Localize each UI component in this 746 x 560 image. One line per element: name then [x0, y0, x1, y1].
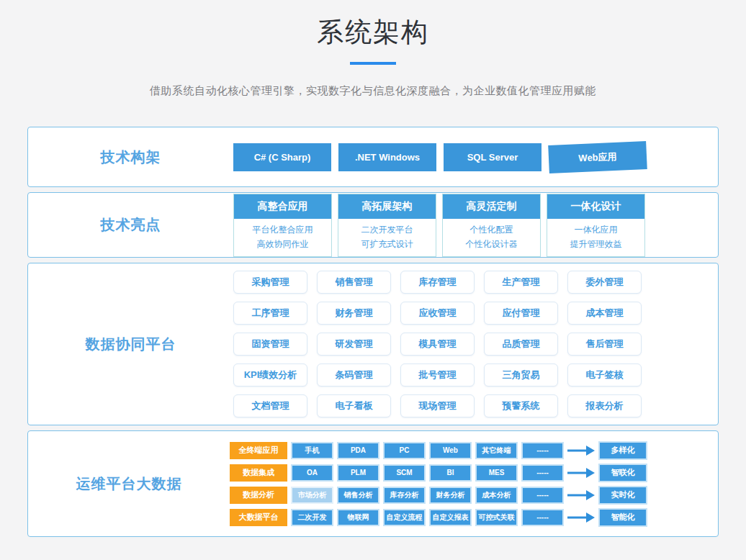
bd-item: 物联网: [337, 509, 379, 526]
right-arrow-icon: [567, 512, 595, 523]
title-underline: [350, 62, 396, 65]
highlight-card: 高整合应用 平台化整合应用 高效协同作业: [233, 194, 332, 257]
highlight-line: 二次开发平台: [338, 222, 436, 237]
tech-stack-row: C# (C Sharp) .NET Windows SQL Server Web…: [233, 143, 647, 171]
row-result: 实时化: [598, 486, 647, 505]
bigdata-row-terminals: 全终端应用 手机 PDA PC Web 其它终端 ----- 多样化: [230, 441, 647, 460]
highlights-label: 技术亮点: [28, 215, 233, 235]
bd-item: SCM: [383, 464, 426, 482]
highlight-card-title: 一体化设计: [547, 194, 644, 219]
highlight-card: 高灵活定制 个性化配置 个性化设计器: [442, 194, 541, 257]
bigdata-rows: 全终端应用 手机 PDA PC Web 其它终端 ----- 多样化 数据集成 …: [230, 441, 647, 527]
highlight-line: 高效协同作业: [234, 237, 331, 251]
right-arrow-icon: [567, 446, 595, 456]
highlight-card-body: 平台化整合应用 高效协同作业: [234, 219, 331, 256]
tech-item-dotnet: .NET Windows: [338, 143, 436, 171]
highlight-card-body: 个性化配置 个性化设计器: [443, 219, 540, 256]
module-payable: 应付管理: [484, 302, 558, 325]
bd-item: 成本分析: [475, 487, 518, 504]
tech-item-web: Web应用: [548, 141, 647, 173]
module-batch: 批号管理: [400, 363, 475, 387]
tech-item-sqlserver: SQL Server: [444, 143, 541, 171]
module-grid: 采购管理 销售管理 库存管理 生产管理 委外管理 工序管理 财务管理 应收管理 …: [233, 271, 642, 417]
highlight-card-body: 一体化应用 提升管理效益: [547, 219, 644, 256]
bigdata-label: 运维平台大数据: [28, 474, 230, 494]
highlight-line: 个性化配置: [443, 222, 540, 237]
highlight-line: 一体化应用: [547, 222, 644, 237]
module-after-sales: 售后管理: [567, 333, 642, 356]
row-tag: 大数据平台: [230, 509, 287, 526]
bd-item: 财务分析: [429, 487, 472, 504]
page-title: 系统架构: [0, 14, 746, 50]
bd-item: BI: [429, 464, 472, 482]
module-report: 报表分析: [567, 394, 642, 417]
bd-item: OA: [291, 464, 333, 482]
bd-item: 其它终端: [475, 442, 518, 459]
highlight-line: 个性化设计器: [443, 237, 540, 251]
module-shopfloor: 现场管理: [400, 394, 475, 417]
bd-item: 库存分析: [383, 487, 426, 504]
module-process: 工序管理: [233, 302, 307, 325]
system-architecture-page: 系统架构 借助系统自动化核心管理引擎，实现数字化与信息化深度融合，为企业数值化管…: [0, 0, 746, 560]
module-e-signature: 电子签核: [567, 363, 642, 387]
module-purchase: 采购管理: [233, 271, 307, 294]
section-bigdata: 运维平台大数据 全终端应用 手机 PDA PC Web 其它终端 ----- 多…: [27, 430, 719, 537]
highlight-card-body: 二次开发平台 可扩充式设计: [338, 219, 436, 256]
module-kpi: KPI绩效分析: [233, 363, 307, 387]
section-highlights: 技术亮点 高整合应用 平台化整合应用 高效协同作业 高拓展架构 二次开发平台 可…: [27, 192, 719, 258]
module-inventory: 库存管理: [400, 271, 475, 294]
tech-stack-label: 技术构架: [28, 148, 233, 167]
bd-item: MES: [475, 464, 518, 482]
module-e-kanban: 电子看板: [317, 394, 391, 417]
module-rd: 研发管理: [317, 333, 391, 356]
module-mold: 模具管理: [400, 333, 475, 356]
tech-item-csharp: C# (C Sharp): [233, 143, 331, 171]
highlight-line: 平台化整合应用: [234, 222, 331, 237]
highlight-card-title: 高灵活定制: [443, 194, 540, 219]
highlight-cards: 高整合应用 平台化整合应用 高效协同作业 高拓展架构 二次开发平台 可扩充式设计…: [233, 194, 645, 257]
bd-item-ellipsis: -----: [521, 487, 564, 504]
module-outsourcing: 委外管理: [567, 271, 642, 294]
module-sales: 销售管理: [317, 271, 391, 294]
page-subtitle: 借助系统自动化核心管理引擎，实现数字化与信息化深度融合，为企业数值化管理应用赋能: [0, 84, 746, 98]
bd-item: 销售分析: [337, 487, 379, 504]
module-quality: 品质管理: [484, 333, 558, 356]
bigdata-row-analysis: 数据分析 市场分析 销售分析 库存分析 财务分析 成本分析 ----- 实时化: [230, 486, 647, 505]
bd-item-ellipsis: -----: [521, 509, 564, 526]
bd-item: 可控式关联: [475, 509, 518, 526]
module-fixed-assets: 固资管理: [233, 333, 307, 356]
bigdata-row-platform: 大数据平台 二次开发 物联网 自定义流程 自定义报表 可控式关联 ----- 智…: [230, 508, 647, 527]
row-result: 智联化: [598, 464, 647, 482]
platform-label: 数据协同平台: [28, 335, 233, 354]
row-result: 多样化: [598, 441, 647, 460]
row-tag: 全终端应用: [230, 442, 287, 459]
bd-item: PDA: [337, 442, 379, 459]
highlight-card-title: 高拓展架构: [338, 194, 436, 219]
bd-item: 二次开发: [291, 509, 333, 526]
section-platform: 数据协同平台 采购管理 销售管理 库存管理 生产管理 委外管理 工序管理 财务管…: [27, 263, 719, 425]
highlight-line: 提升管理效益: [547, 237, 644, 251]
row-tag: 数据集成: [230, 464, 287, 482]
highlight-card: 一体化设计 一体化应用 提升管理效益: [547, 194, 645, 257]
bd-item: PLM: [337, 464, 379, 482]
bd-item-ellipsis: -----: [521, 442, 564, 459]
highlight-card: 高拓展架构 二次开发平台 可扩充式设计: [338, 194, 436, 257]
row-tag: 数据分析: [230, 487, 287, 504]
module-cost: 成本管理: [567, 302, 642, 325]
sections-container: 技术构架 C# (C Sharp) .NET Windows SQL Serve…: [27, 127, 719, 537]
bd-item: 手机: [291, 442, 333, 459]
page-header: 系统架构 借助系统自动化核心管理引擎，实现数字化与信息化深度融合，为企业数值化管…: [0, 0, 746, 98]
highlight-card-title: 高整合应用: [234, 194, 331, 219]
module-barcode: 条码管理: [317, 363, 391, 387]
bd-item: 自定义报表: [429, 509, 472, 526]
row-result: 智能化: [598, 508, 647, 527]
bd-item-ellipsis: -----: [521, 464, 564, 482]
bigdata-row-integration: 数据集成 OA PLM SCM BI MES ----- 智联化: [230, 464, 647, 482]
bd-item: 自定义流程: [383, 509, 426, 526]
module-triangle-trade: 三角贸易: [484, 363, 558, 387]
bd-item: 市场分析: [291, 487, 333, 504]
module-alert: 预警系统: [484, 394, 558, 417]
module-production: 生产管理: [484, 271, 558, 294]
right-arrow-icon: [567, 468, 595, 478]
right-arrow-icon: [567, 490, 595, 500]
